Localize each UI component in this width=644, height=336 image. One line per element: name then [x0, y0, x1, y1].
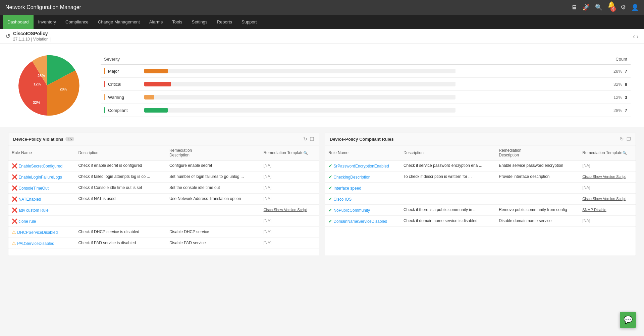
rule-name-link[interactable]: NATEnabled	[18, 197, 41, 202]
compliant-rule-name: ✔ Cisco IOS	[325, 194, 400, 205]
nav-tools[interactable]: Tools	[167, 15, 187, 29]
svg-text:12%: 12%	[34, 82, 41, 86]
rocket-icon[interactable]: 🚀	[582, 4, 590, 11]
compliant-rule-name: ✔ SrPasswordEncryptionEnabled	[325, 160, 400, 172]
compliant-col-desc: Description	[400, 145, 495, 160]
violations-panel-header: Device-Policy Violations 15 ↻ ❐	[8, 133, 319, 145]
template-na: [NA]	[582, 218, 590, 223]
table-row: ✔ DomainNameServiceDisabled Check if dom…	[325, 216, 636, 227]
rule-name-link[interactable]: CheckingDescription	[333, 175, 370, 180]
breadcrumb-sub: 27.1.1.10 | Violation |	[13, 37, 51, 42]
table-row: ❌ adv custom Rule Cisco Show Version Scr…	[8, 205, 319, 216]
rule-name-link[interactable]: clone rule	[18, 219, 36, 224]
notification-badge: 4	[610, 6, 616, 12]
violations-panel-title: Device-Policy Violations	[13, 137, 63, 142]
breadcrumb-prev-arrow[interactable]: ‹	[633, 32, 635, 40]
compliant-rule-name: ✔ CheckingDescription	[325, 172, 400, 183]
nav-inventory[interactable]: Inventory	[34, 15, 61, 29]
severity-bar-cell	[141, 91, 459, 104]
table-row: ❌ EnableSecretConfigured Check if enable…	[8, 160, 319, 172]
violation-desc: Check if DHCP service is disabled	[75, 227, 166, 238]
status-icon-ok: ✔	[328, 174, 332, 180]
violation-rule-name: ❌ clone rule	[8, 216, 75, 227]
pie-chart: 28% 28% 32% 12%	[13, 52, 80, 119]
template-na: [NA]	[264, 174, 271, 179]
compliant-refresh-icon[interactable]: ↻	[620, 136, 624, 142]
breadcrumb-next-arrow[interactable]: ›	[636, 32, 639, 40]
template-link[interactable]: Cisco Show Version Script	[582, 197, 626, 201]
severity-row: Critical 32% 8	[101, 78, 631, 91]
user-icon[interactable]: 👤	[631, 4, 639, 11]
nav-reports[interactable]: Reports	[212, 15, 237, 29]
status-icon: ❌	[12, 207, 17, 213]
violations-col-rule: Rule Name	[8, 145, 75, 160]
compliant-template: [NA]	[579, 160, 636, 172]
table-row: ❌ clone rule [NA]	[8, 216, 319, 227]
rule-name-link[interactable]: Cisco IOS	[333, 197, 352, 202]
status-icon-ok: ✔	[328, 196, 332, 202]
violation-remediation-desc: Set number of login failures to go unlog…	[166, 172, 260, 183]
compliant-rule-name: ✔ Interface speed	[325, 183, 400, 194]
status-icon: ❌	[12, 218, 17, 224]
severity-row: Compliant 28% 7	[101, 104, 631, 117]
violations-expand-icon[interactable]: ❐	[310, 136, 314, 142]
rule-name-link[interactable]: adv custom Rule	[18, 208, 48, 213]
severity-label: Critical	[101, 78, 141, 91]
violation-rule-name: ⚠ DHCPServiceDisabled	[8, 227, 75, 238]
compliant-remediation-desc: Remove public community from config	[495, 205, 579, 216]
violations-col-template: Remediation Template🔍	[260, 145, 319, 160]
compliant-template: [NA]	[579, 216, 636, 227]
rule-name-link[interactable]: ConsoleTimeOut	[18, 186, 49, 191]
compliant-desc: Check if service password encryption ena…	[400, 160, 495, 172]
violation-template: [NA]	[260, 172, 319, 183]
nav-alarms[interactable]: Alarms	[145, 15, 167, 29]
rule-name-link[interactable]: SrPasswordEncryptionEnabled	[333, 164, 389, 169]
template-link[interactable]: Cisco Show Version Script	[582, 175, 626, 179]
severity-bar-cell	[141, 78, 459, 91]
compliant-rule-name: ✔ NoPublicCommunity	[325, 205, 400, 216]
violation-template: [NA]	[260, 160, 319, 172]
violations-panel-actions: ↻ ❐	[303, 136, 314, 142]
table-row: ❌ ConsoleTimeOut Check if Console idle t…	[8, 183, 319, 194]
rule-name-link[interactable]: EnableSecretConfigured	[18, 164, 62, 169]
status-icon-ok: ✔	[328, 185, 332, 191]
template-na: [NA]	[264, 196, 271, 201]
template-na: [NA]	[264, 185, 271, 190]
gear-icon[interactable]: ⚙	[621, 4, 626, 11]
status-icon-ok: ✔	[328, 218, 332, 224]
nav-dashboard[interactable]: Dashboard	[3, 15, 34, 29]
rule-name-link[interactable]: DHCPServiceDisabled	[17, 230, 58, 235]
violation-remediation-desc	[166, 205, 260, 216]
nav-support[interactable]: Support	[237, 15, 262, 29]
breadcrumb-back-button[interactable]: ↺	[5, 32, 10, 40]
violations-refresh-icon[interactable]: ↻	[303, 136, 307, 142]
violation-desc: Check if PAD service is disabled	[75, 238, 166, 249]
status-icon: ❌	[12, 163, 17, 169]
nav-settings[interactable]: Settings	[187, 15, 212, 29]
compliant-expand-icon[interactable]: ❐	[627, 136, 631, 142]
violation-remediation-desc	[166, 216, 260, 227]
rule-name-link[interactable]: EnableLoginFailureLogs	[18, 175, 62, 180]
severity-table: Severity Count Major 28% 7	[101, 54, 631, 117]
table-row: ✔ Interface speed [NA]	[325, 183, 636, 194]
monitor-icon[interactable]: 🖥	[571, 4, 577, 11]
template-na: [NA]	[582, 185, 590, 190]
count-col-header: Count	[459, 54, 631, 65]
bell-icon[interactable]: 🔔 4	[608, 1, 615, 14]
violations-col-remediation-desc: RemediationDescription	[166, 145, 260, 160]
template-link[interactable]: SNMP Disable	[582, 208, 606, 212]
template-link[interactable]: Cisco Show Version Script	[264, 208, 307, 212]
nav-compliance[interactable]: Compliance	[61, 15, 93, 29]
top-bar: Network Configuration Manager 🖥 🚀 🔍 🔔 4 …	[0, 0, 644, 15]
compliant-template: SNMP Disable	[579, 205, 636, 216]
search-icon[interactable]: 🔍	[595, 4, 602, 11]
status-icon: ❌	[12, 196, 17, 202]
rule-name-link[interactable]: PADServiceDisabled	[17, 241, 54, 246]
rule-name-link[interactable]: DomainNameServiceDisabled	[333, 219, 387, 224]
nav-change-management[interactable]: Change Management	[93, 15, 145, 29]
compliant-desc	[400, 183, 495, 194]
severity-bar-cell	[141, 65, 459, 78]
rule-name-link[interactable]: NoPublicCommunity	[333, 208, 370, 213]
violation-desc: Check if enable secret is configured	[75, 160, 166, 172]
rule-name-link[interactable]: Interface speed	[333, 186, 361, 191]
